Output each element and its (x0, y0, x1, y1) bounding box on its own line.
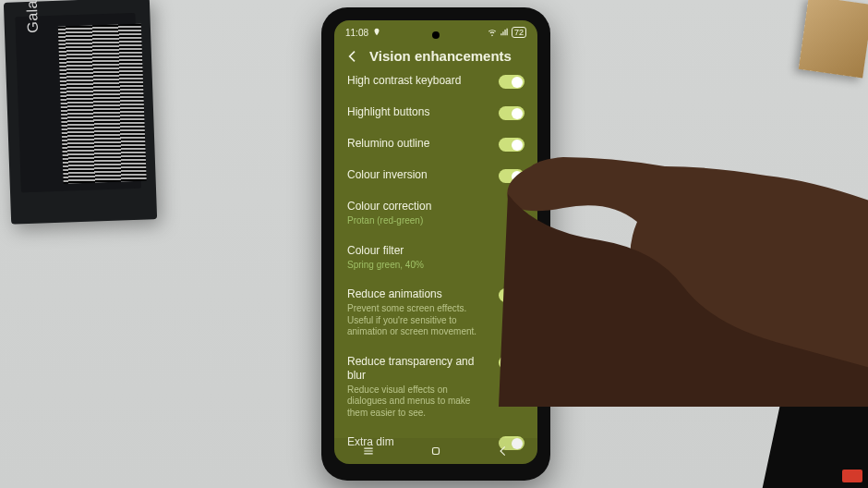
product-box: Galaxy S25 Ultra (4, 0, 157, 225)
settings-list: High contrast keyboard Highlight buttons… (334, 75, 537, 464)
nav-home-icon[interactable] (429, 445, 442, 458)
wifi-icon (488, 28, 497, 37)
toggle-high-contrast-keyboard[interactable] (499, 75, 524, 89)
row-sublabel: Reduce visual effects on dialogues and m… (347, 384, 489, 420)
row-sublabel: Prevent some screen effects. Useful if y… (347, 303, 489, 338)
row-colour-filter[interactable]: Colour filter Spring green, 40% (347, 236, 524, 280)
row-reduce-transparency[interactable]: Reduce transparency and blur Reduce visu… (347, 347, 524, 428)
row-label: Reduce animations (347, 287, 489, 301)
row-reduce-animations[interactable]: Reduce animations Prevent some screen ef… (347, 279, 524, 347)
page-title: Vision enhancements (369, 48, 512, 64)
signal-icon (500, 28, 509, 37)
row-relumino-outline[interactable]: Relumino outline (347, 128, 524, 160)
toggle-reduce-transparency[interactable] (499, 356, 524, 370)
row-label: Reduce transparency and blur (347, 355, 489, 383)
video-watermark (842, 470, 862, 482)
svg-rect-3 (432, 448, 439, 455)
android-nav-bar (334, 438, 537, 464)
phone-frame: 11:08 72 Vision enhancements (321, 7, 550, 481)
barcode (58, 24, 147, 184)
row-highlight-buttons[interactable]: Highlight buttons (347, 97, 524, 128)
toggle-colour-inversion[interactable] (499, 169, 524, 183)
wood-block-prop (799, 0, 868, 78)
status-bar-left: 11:08 (345, 28, 381, 38)
toggle-relumino-outline[interactable] (499, 138, 524, 152)
back-icon[interactable] (345, 49, 360, 64)
row-label: Colour correction (347, 200, 524, 214)
row-colour-correction[interactable]: Colour correction Protan (red-green) (347, 191, 524, 236)
camera-cutout (432, 31, 440, 39)
nav-recents-icon[interactable] (362, 445, 375, 458)
row-label: Colour inversion (347, 168, 489, 182)
row-label: Relumino outline (347, 137, 489, 151)
dark-object-prop (758, 329, 868, 488)
row-label: Highlight buttons (347, 105, 489, 119)
row-colour-inversion[interactable]: Colour inversion (347, 160, 524, 191)
nav-back-icon[interactable] (497, 445, 510, 458)
row-high-contrast-keyboard[interactable]: High contrast keyboard (347, 75, 524, 97)
row-label: Colour filter (347, 244, 524, 258)
phone-screen: 11:08 72 Vision enhancements (334, 20, 537, 464)
row-label: High contrast keyboard (347, 75, 489, 88)
location-icon (372, 28, 381, 37)
row-sublabel: Spring green, 40% (347, 260, 524, 272)
toggle-reduce-animations[interactable] (499, 288, 524, 302)
toggle-highlight-buttons[interactable] (499, 106, 524, 120)
page-header: Vision enhancements (334, 39, 537, 75)
row-sublabel: Protan (red-green) (347, 215, 524, 227)
status-time: 11:08 (345, 28, 368, 38)
status-bar-right: 72 (488, 27, 526, 38)
battery-indicator: 72 (512, 27, 526, 38)
product-box-brand: Galaxy S25 Ultra (21, 0, 42, 33)
